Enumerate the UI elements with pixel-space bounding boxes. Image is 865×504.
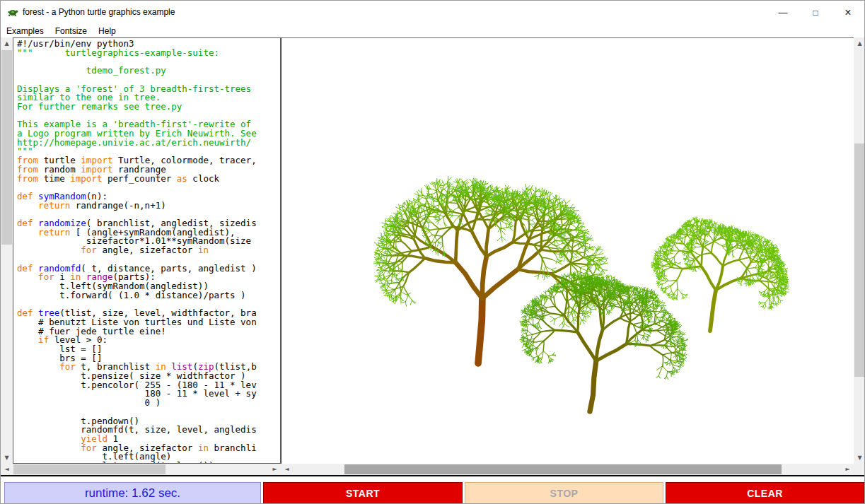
start-button[interactable]: START: [263, 482, 463, 504]
canvas-vscroll-thumb[interactable]: [854, 143, 865, 377]
turtle-canvas-drawing: [281, 38, 854, 464]
menu-help[interactable]: Help: [93, 24, 122, 37]
app-window: forest - a Python turtle graphics exampl…: [0, 0, 865, 504]
scroll-left-icon[interactable]: ◄: [281, 464, 293, 475]
runtime-label: runtime: 1.62 sec.: [4, 482, 261, 504]
scroll-right-icon[interactable]: ►: [269, 464, 281, 475]
window-title: forest - a Python turtle graphics exampl…: [23, 7, 175, 17]
code-vertical-scrollbar[interactable]: ▲ ▼: [1, 37, 13, 464]
menu-fontsize[interactable]: Fontsize: [50, 24, 93, 37]
scroll-up-icon[interactable]: ▲: [1, 37, 13, 49]
tree-path-right-tree-level-7: [702, 266, 741, 290]
scroll-right-icon[interactable]: ►: [842, 464, 854, 475]
menubar: Examples Fontsize Help: [1, 24, 864, 37]
tree-path-left-large-tree-level-8: [478, 298, 482, 363]
clear-button[interactable]: CLEAR: [666, 482, 864, 504]
code-text: #!/usr/bin/env python3 """ turtlegraphic…: [13, 38, 280, 464]
scrollbar-corner: [854, 464, 865, 475]
minimize-button[interactable]: —: [767, 1, 799, 24]
maximize-icon: □: [813, 8, 818, 18]
code-vscroll-thumb[interactable]: [1, 50, 12, 245]
scroll-down-icon[interactable]: ▼: [1, 452, 13, 464]
canvas-hscroll-thumb[interactable]: [344, 464, 782, 474]
tree-path-middle-tree-level-7: [578, 330, 627, 361]
titlebar[interactable]: forest - a Python turtle graphics exampl…: [1, 1, 864, 24]
tree-path-middle-tree-level-8: [590, 361, 596, 411]
scroll-up-icon[interactable]: ▲: [854, 37, 865, 49]
tree-path-left-large-tree-level-7: [455, 257, 518, 298]
tree-path-right-tree-level-8: [710, 291, 716, 331]
scroll-down-icon[interactable]: ▼: [854, 452, 865, 464]
code-horizontal-scrollbar[interactable]: ◄ ►: [1, 464, 281, 475]
code-hscroll-thumb[interactable]: [13, 464, 166, 474]
scroll-left-icon[interactable]: ◄: [1, 464, 13, 475]
menu-examples[interactable]: Examples: [1, 24, 50, 37]
tree-path-middle-tree-level-6: [555, 309, 650, 346]
turtle-canvas: [281, 37, 854, 464]
canvas-vertical-scrollbar[interactable]: ▲ ▼: [854, 37, 865, 464]
bottom-bar: runtime: 1.62 sec. START STOP CLEAR: [1, 475, 865, 504]
maximize-button[interactable]: □: [799, 1, 832, 24]
close-icon: ×: [844, 6, 851, 19]
canvas-horizontal-scrollbar[interactable]: ◄ ►: [281, 464, 854, 475]
source-code-viewer[interactable]: #!/usr/bin/env python3 """ turtlegraphic…: [13, 37, 281, 464]
turtle-app-icon: [7, 6, 19, 18]
close-button[interactable]: ×: [832, 1, 864, 24]
stop-button[interactable]: STOP: [465, 482, 663, 504]
minimize-icon: —: [779, 7, 788, 18]
